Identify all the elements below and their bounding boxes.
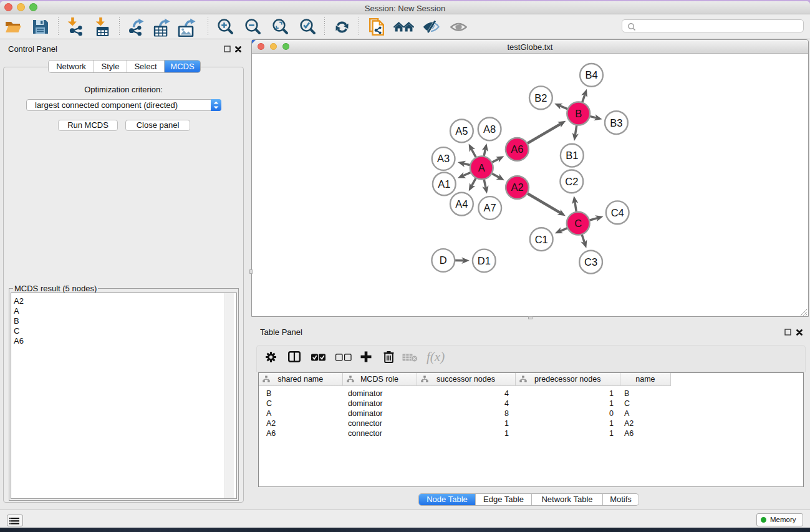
svg-text:C3: C3: [584, 256, 597, 268]
svg-text:C4: C4: [611, 207, 624, 218]
svg-text:B4: B4: [585, 69, 597, 80]
svg-text:A3: A3: [437, 153, 450, 164]
svg-text:C1: C1: [535, 234, 548, 245]
svg-text:A5: A5: [455, 125, 468, 137]
svg-text:B2: B2: [534, 92, 547, 104]
svg-text:A4: A4: [455, 198, 468, 210]
svg-text:A8: A8: [483, 123, 496, 135]
svg-text:A6: A6: [511, 143, 523, 155]
svg-text:A1: A1: [438, 178, 450, 190]
svg-text:A: A: [478, 162, 485, 173]
svg-text:B: B: [575, 108, 582, 119]
svg-text:D1: D1: [478, 255, 491, 266]
svg-text:A7: A7: [484, 202, 496, 213]
svg-text:A2: A2: [511, 181, 523, 193]
svg-text:D: D: [440, 254, 447, 266]
svg-text:B3: B3: [610, 117, 622, 128]
svg-text:B1: B1: [566, 150, 578, 161]
svg-text:C: C: [574, 218, 582, 229]
svg-text:C2: C2: [565, 176, 578, 187]
